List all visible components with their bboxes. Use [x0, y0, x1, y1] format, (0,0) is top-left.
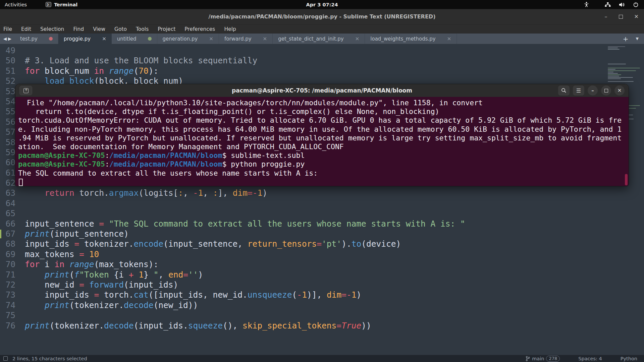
indent-status[interactable]: Spaces: 4 — [578, 356, 602, 361]
code-line-70[interactable]: 70for i in range(max_tokens): — [0, 259, 644, 269]
tab-label: proggie.py — [64, 36, 91, 42]
line-number: 52 — [0, 76, 15, 86]
code-line-73[interactable]: 73 input_ids = torch.cat([input_ids, new… — [0, 290, 644, 300]
modified-line-marker — [0, 230, 1, 238]
focused-app-menu[interactable]: Terminal — [46, 2, 77, 7]
terminal-scrollbar[interactable] — [625, 174, 628, 185]
terminal-line: File "/home/pacman/.local/lib/python3.10… — [18, 99, 626, 107]
terminal-line: torch.cuda.OutOfMemoryError: CUDA out of… — [18, 116, 626, 125]
code-line-66[interactable]: 66input_sentence = "The SQL command to e… — [0, 219, 644, 229]
line-number: 67 — [0, 229, 15, 239]
language-status[interactable]: Python — [621, 356, 637, 361]
code-line-64[interactable]: 64 — [0, 198, 644, 208]
minimap[interactable] — [608, 45, 641, 84]
terminal-title-bar[interactable]: pacman@Aspire-XC-705: /media/pacman/PACM… — [15, 84, 629, 97]
terminal-line: ation. See documentation for Memory Mana… — [18, 142, 626, 151]
tab-label: load_weights_methods.py — [370, 36, 435, 42]
terminal-new-tab-button[interactable] — [19, 86, 32, 95]
clock[interactable]: Apr 3 07:24 — [306, 2, 338, 7]
code-line-67[interactable]: 67print(input_sentence) — [0, 229, 644, 239]
menu-item-project[interactable]: Project — [158, 26, 175, 32]
terminal-maximize-button[interactable] — [601, 85, 611, 96]
code-text: input_ids = torch.cat([input_ids, new_id… — [25, 290, 361, 300]
tab-test-py[interactable]: test.py — [15, 34, 58, 44]
line-number: 51 — [0, 66, 15, 76]
code-line-71[interactable]: 71 print(f"Token {i + 1} ", end='') — [0, 270, 644, 280]
menu-item-help[interactable]: Help — [224, 26, 236, 32]
code-line-76[interactable]: 76print(tokenizer.decode(input_ids.squee… — [0, 321, 644, 331]
code-line-49[interactable]: 49 — [0, 46, 644, 56]
git-branch-icon — [526, 356, 530, 361]
line-number: 72 — [0, 280, 15, 290]
menu-item-file[interactable]: File — [3, 26, 12, 32]
tab-generation-py[interactable]: generation.py✕ — [157, 34, 219, 44]
terminal-cursor-line — [18, 178, 626, 186]
terminal-minimize-button[interactable]: – — [588, 85, 598, 96]
line-number: 69 — [0, 249, 15, 259]
line-number: 58 — [0, 137, 15, 147]
window-title: /media/pacman/PACMAN/bloom/proggie.py - … — [209, 13, 436, 20]
minimize-button[interactable]: – — [605, 14, 607, 19]
volume-icon[interactable] — [619, 2, 625, 7]
code-text: max_tokens = 10 — [25, 249, 99, 259]
accessibility-icon[interactable] — [584, 2, 589, 7]
focused-app-name: Terminal — [54, 2, 77, 7]
tab-label: forward.py — [224, 36, 252, 42]
terminal-title: pacman@Aspire-XC-705: /media/pacman/PACM… — [232, 87, 412, 94]
menu-item-preferences[interactable]: Preferences — [184, 26, 215, 32]
tab-get-state-dict-and-init-py[interactable]: get_state_dict_and_init.py✕ — [273, 34, 365, 44]
tab-close-icon[interactable]: ✕ — [447, 36, 451, 42]
terminal-menu-button[interactable]: ☰ — [573, 85, 584, 96]
line-number: 74 — [0, 300, 15, 310]
tab-close-icon[interactable]: ✕ — [209, 36, 213, 42]
menu-item-selection[interactable]: Selection — [40, 26, 64, 32]
terminal-line: The SQL command to extract all the users… — [18, 169, 626, 178]
modified-dot-icon — [148, 37, 152, 41]
tab-forward-py[interactable]: forward.py✕ — [219, 34, 273, 44]
tab-history-forward-icon[interactable]: ▶ — [8, 36, 11, 41]
code-line-74[interactable]: 74 print(tokenizer.decode(new_id)) — [0, 300, 644, 310]
network-icon[interactable] — [605, 2, 611, 7]
git-status[interactable]: main 278 — [526, 356, 560, 362]
menu-item-goto[interactable]: Goto — [114, 26, 127, 32]
terminal-search-button[interactable] — [558, 85, 570, 96]
tab-bar: ◀ ▶ test.pyproggie.py✕untitledgeneration… — [0, 34, 644, 44]
tab-load-weights-methods-py[interactable]: load_weights_methods.py✕ — [365, 34, 457, 44]
code-line-68[interactable]: 68input_ids = tokenizer.encode(input_sen… — [0, 239, 644, 249]
sublime-title-bar[interactable]: /media/pacman/PACMAN/bloom/proggie.py - … — [0, 9, 644, 24]
tab-untitled[interactable]: untitled — [112, 34, 157, 44]
terminal-output[interactable]: File "/home/pacman/.local/lib/python3.10… — [15, 97, 629, 186]
menu-item-view[interactable]: View — [93, 26, 105, 32]
code-line-51[interactable]: 51for block_num in range(70): — [0, 66, 644, 76]
line-number: 65 — [0, 208, 15, 219]
terminal-close-button[interactable]: ✕ — [614, 85, 625, 96]
tab-close-icon[interactable]: ✕ — [263, 36, 267, 42]
terminal-cursor — [19, 179, 23, 186]
code-line-63[interactable]: 63 return torch.argmax(logits[:, -1, :],… — [0, 188, 644, 198]
maximize-button[interactable] — [619, 15, 623, 19]
line-number: 53 — [0, 86, 15, 97]
tab-proggie-py[interactable]: proggie.py✕ — [58, 34, 112, 44]
menu-item-tools[interactable]: Tools — [136, 26, 149, 32]
selection-status: 2 lines, 15 characters selected — [12, 356, 87, 361]
sidebar-toggle-icon[interactable] — [3, 356, 8, 361]
code-text: return torch.argmax(logits[:, -1, :], di… — [25, 188, 267, 198]
code-line-50[interactable]: 50# 3. Load and use the BLOOM blocks seq… — [0, 56, 644, 66]
close-button[interactable]: ✕ — [634, 14, 639, 19]
activities-button[interactable]: Activities — [0, 0, 32, 9]
menu-item-find[interactable]: Find — [73, 26, 84, 32]
line-number: 50 — [0, 56, 15, 66]
tab-close-icon[interactable]: ✕ — [355, 36, 360, 42]
tab-history-back-icon[interactable]: ◀ — [3, 36, 7, 41]
power-icon[interactable] — [633, 2, 639, 7]
code-line-65[interactable]: 65 — [0, 208, 644, 219]
tab-close-icon[interactable]: ✕ — [102, 36, 106, 42]
menu-item-edit[interactable]: Edit — [21, 26, 31, 32]
code-line-75[interactable]: 75 — [0, 310, 644, 320]
line-number: 66 — [0, 219, 15, 229]
code-line-72[interactable]: 72 new_id = forward(input_ids) — [0, 280, 644, 290]
code-line-69[interactable]: 69max_tokens = 10 — [0, 249, 644, 259]
line-number: 54 — [0, 97, 15, 107]
tab-overflow-icon[interactable]: ▼ — [636, 37, 639, 41]
new-tab-button[interactable]: + — [623, 35, 629, 43]
